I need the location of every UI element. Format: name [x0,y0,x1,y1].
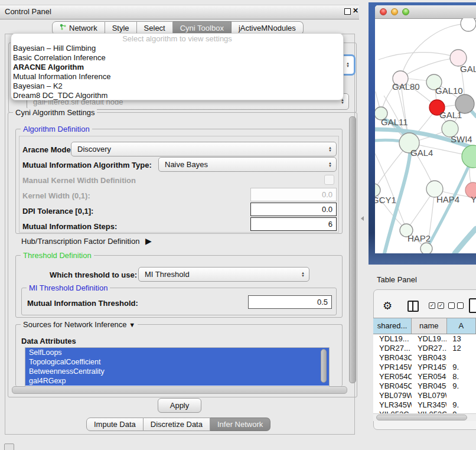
tab-label: Select [144,22,165,34]
settings-horizontal-scrollbar[interactable] [12,386,347,394]
sources-title[interactable]: Sources for Network Inference ▼ [21,320,138,329]
window-minimize-icon[interactable] [391,8,398,15]
aracne-mode-value: Discovery [71,145,325,154]
mi-type-label: Mutual Information Algorithm Type: [22,161,152,169]
table-row[interactable]: YBR045CYBR045C9. [373,381,476,391]
dropdown-item[interactable]: Basic Correlation Inference [11,53,343,63]
dpi-tolerance-field[interactable]: 0.0 [250,203,337,216]
collapse-down-icon: ▼ [129,321,135,328]
table-cell: YDR27... [373,344,412,353]
table-row[interactable]: YPR145WYPR145W9. [373,363,476,372]
aracne-mode-select[interactable]: Discovery ▲▼ [71,142,337,156]
close-icon[interactable]: ✕ [353,6,358,15]
tab-label: Infer Network [217,418,263,431]
which-threshold-select[interactable]: MI Threshold ▲▼ [138,267,309,282]
network-window-titlebar[interactable] [375,5,476,19]
data-attributes-list[interactable]: SelfLoopsTopologicalCoefficientBetweenne… [25,347,330,387]
dropdown-items: Bayesian – Hill ClimbingBasic Correlatio… [11,44,343,100]
which-threshold-value: MI Threshold [139,270,298,279]
mi-threshold-field[interactable]: 0.5 [248,295,332,309]
apply-button-label: Apply [170,401,190,410]
mi-steps-field[interactable]: 6 [250,217,337,231]
deselect-all-checkboxes-icon[interactable] [448,302,464,309]
gear-icon[interactable]: ⚙ [383,299,392,312]
tab-discretize-data[interactable]: Discretize Data [144,418,210,431]
mi-threshold-value: 0.5 [317,298,328,306]
dpi-tolerance-value: 0.0 [322,205,332,214]
table-cell: YBR043C [412,353,446,363]
node-top-partial[interactable] [461,18,476,31]
table-cell: 13 [446,334,476,344]
tab-label: Cyni Toolbox [180,22,224,34]
table-cell: YDL19... [373,334,412,344]
table-row[interactable]: YLR345WYLR345W9. [373,400,476,410]
network-edge-thick[interactable] [455,229,476,253]
table-horizontal-scrollbar[interactable] [376,415,467,420]
table-row[interactable]: YDL19...YDL19...13 [373,334,476,344]
table-header: shared...nameA [373,318,476,334]
network-edge[interactable] [379,53,458,60]
mi-type-select[interactable]: Naive Bayes ▲▼ [158,157,337,172]
split-divider-collapse-icon[interactable] [361,216,364,221]
table-cell: YDR27... [412,344,446,353]
node-label-hap4: HAP4 [436,194,459,204]
table-cell: 9. [446,381,476,391]
window-close-icon[interactable] [380,8,387,15]
minimized-panel-icon[interactable] [4,444,14,450]
tab-impute-data[interactable]: Impute Data [86,418,144,431]
dropdown-item[interactable]: ARACNE Algorithm [11,63,343,72]
kernel-width-field[interactable]: 0.0 [250,188,337,201]
table-cell: YPR145W [373,363,412,372]
tab-infer-network[interactable]: Infer Network [210,418,270,431]
table-cell: YBL079W [412,391,446,400]
table-cell: YER054C [373,372,412,381]
table-row[interactable]: YER054CYER054C8. [373,372,476,381]
table-row[interactable]: YBL079WYBL079W [373,391,476,400]
float-panel-icon[interactable] [344,8,351,15]
dropdown-item[interactable]: Bayesian – K2 [11,81,343,91]
node-label-y: Y [471,194,476,204]
table-row[interactable]: YBR043CYBR043C [373,353,476,363]
settings-vertical-scrollbar[interactable] [349,116,356,383]
attributes-list-scrollbar[interactable] [321,349,327,383]
tab-label: Discretize Data [151,418,203,431]
table-cell: 9. [446,400,476,410]
column-header[interactable]: name [412,318,446,334]
threshold-definition-title: Threshold Definition [21,251,94,260]
manual-kernel-checkbox[interactable] [324,175,334,185]
column-layout-icon[interactable] [407,301,419,312]
attribute-list-item[interactable]: gal4RGexp [25,376,329,386]
table-cell [446,391,476,400]
export-table-icon[interactable] [469,298,476,313]
select-all-checkboxes-icon[interactable]: ✓✓ [429,302,444,309]
node-big-green[interactable] [462,145,476,168]
attribute-list-item[interactable]: SelfLoops [25,348,329,357]
dropdown-item[interactable]: Bayesian – Hill Climbing [11,44,343,53]
network-canvas[interactable]: GALGAL80GAL10GAL1GAL11SWI4GAL4GCY1HAP4YH… [375,18,476,253]
hub-definition-label: Hub/Transcription Factor Definition [21,237,139,246]
dropdown-placeholder: Select algorithm to view settings [11,34,343,44]
combo-arrows-icon: ▲▼ [325,162,336,168]
apply-button[interactable]: Apply [158,398,201,413]
node-bottom-small[interactable] [420,243,432,253]
attribute-list-item[interactable]: BetweennessCentrality [25,367,329,376]
table-row[interactable]: YDR27...YDR27...12 [373,344,476,353]
column-header[interactable]: A [447,318,476,334]
combo-arrows-icon: ▲▼ [325,146,336,152]
data-attributes-label: Data Attributes [21,337,76,345]
manual-kernel-label: Manual Kernel Width Definition [22,176,136,185]
combo-arrows-icon: ▲▼ [343,62,354,68]
window-zoom-icon[interactable] [402,8,409,15]
column-header[interactable]: shared... [373,318,412,334]
table-cell: YLR345W [373,400,412,410]
node-label-gal80: GAL80 [392,81,420,92]
attribute-list-item[interactable]: TopologicalCoefficient [25,357,329,367]
dropdown-item[interactable]: Dream8 DC_TDC Algorithm [11,91,343,100]
network-edge[interactable] [400,58,458,79]
dropdown-item[interactable]: Mutual Information Inference [11,72,343,81]
node-label-hap2: HAP2 [407,233,431,243]
table-cell: 9. [446,363,476,372]
node-table[interactable]: shared...nameA YDL19...YDL19...13YDR27..… [373,318,476,414]
network-icon [60,22,67,34]
hub-definition-toggle[interactable]: Hub/Transcription Factor Definition ▶ [21,236,152,246]
